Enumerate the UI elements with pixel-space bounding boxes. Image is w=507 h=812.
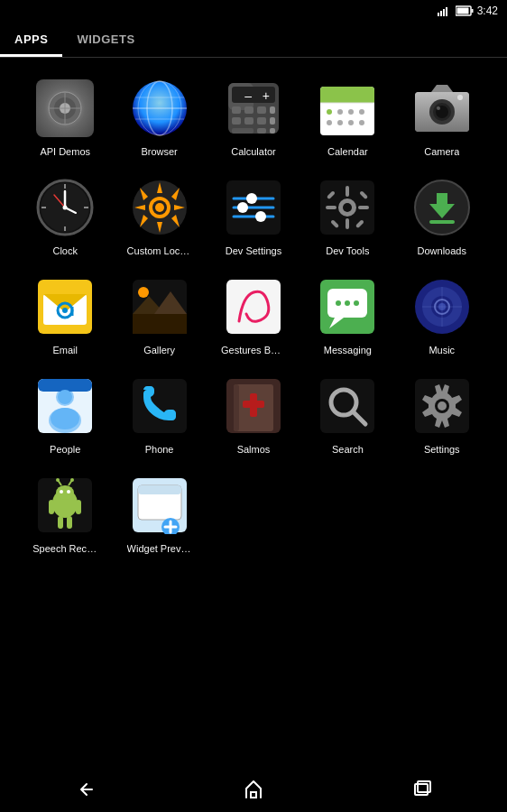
- svg-point-114: [354, 300, 359, 306]
- svg-rect-29: [257, 117, 266, 125]
- app-item-people[interactable]: People: [18, 364, 112, 464]
- home-icon: [243, 779, 264, 800]
- svg-rect-131: [234, 384, 239, 431]
- svg-point-53: [457, 95, 463, 100]
- svg-point-41: [359, 109, 364, 115]
- app-item-calendar[interactable]: Calendar: [300, 67, 394, 166]
- svg-point-142: [56, 485, 74, 500]
- app-icon-api-demos: [32, 76, 97, 141]
- gallery-icon: [131, 278, 189, 336]
- app-icon-dev-settings: [221, 175, 286, 240]
- svg-rect-25: [257, 106, 266, 114]
- back-button[interactable]: [58, 771, 112, 807]
- app-label-browser: Browser: [141, 146, 177, 157]
- app-item-dev-settings[interactable]: Dev Settings: [207, 166, 300, 265]
- app-item-phone[interactable]: Phone: [112, 364, 206, 464]
- svg-rect-151: [58, 516, 63, 529]
- svg-point-85: [343, 203, 352, 212]
- svg-rect-86: [346, 186, 349, 197]
- app-item-downloads[interactable]: Downloads: [395, 166, 489, 265]
- app-item-camera[interactable]: Camera: [395, 67, 489, 166]
- app-icon-calculator: + –: [221, 76, 286, 141]
- svg-rect-28: [244, 117, 254, 125]
- app-icon-music: [410, 274, 475, 339]
- app-label-email: Email: [52, 345, 78, 355]
- camera-icon: [413, 79, 471, 137]
- app-label-calendar: Calendar: [327, 146, 368, 157]
- dev-tools-icon: [318, 179, 376, 236]
- app-label-people: People: [50, 444, 80, 455]
- people-icon: [36, 377, 94, 435]
- app-item-gallery[interactable]: Gallery: [112, 265, 206, 364]
- app-item-speech[interactable]: Speech Recorder: [18, 464, 112, 563]
- svg-rect-87: [346, 218, 349, 229]
- svg-rect-6: [456, 8, 468, 14]
- app-icon-messaging: [315, 274, 380, 339]
- recents-button[interactable]: [395, 771, 449, 807]
- app-item-messaging[interactable]: Messaging: [300, 265, 394, 364]
- app-item-api-demos[interactable]: API Demos: [18, 67, 112, 166]
- app-label-gestures: Gestures Builder: [221, 345, 286, 355]
- svg-rect-89: [358, 206, 369, 209]
- svg-point-143: [60, 490, 63, 494]
- recents-icon: [411, 779, 433, 800]
- app-label-clock: Clock: [52, 245, 78, 256]
- app-item-custom-locale[interactable]: Custom Locale: [112, 166, 206, 265]
- clock-icon: [36, 179, 94, 236]
- svg-point-75: [155, 203, 164, 212]
- svg-rect-155: [138, 485, 181, 494]
- app-label-speech: Speech Recorder: [32, 543, 97, 554]
- status-bar: 3:42: [0, 0, 507, 22]
- svg-marker-48: [431, 85, 453, 92]
- svg-rect-2: [443, 9, 445, 16]
- svg-rect-33: [270, 128, 275, 134]
- app-item-music[interactable]: Music: [395, 265, 489, 364]
- app-item-clock[interactable]: Clock: [18, 166, 112, 265]
- app-item-email[interactable]: Email: [18, 265, 112, 364]
- svg-rect-27: [232, 117, 241, 125]
- messaging-icon: [318, 278, 376, 336]
- browser-icon: [131, 79, 189, 137]
- tab-widgets[interactable]: WIDGETS: [62, 22, 149, 57]
- app-icon-salmos: [221, 374, 286, 438]
- app-item-calculator[interactable]: + – Calculator: [207, 67, 300, 166]
- app-icon-camera: [410, 76, 475, 141]
- app-item-settings[interactable]: Settings: [395, 364, 489, 464]
- app-item-browser[interactable]: Browser: [112, 67, 206, 166]
- svg-point-147: [56, 478, 60, 482]
- app-item-dev-tools[interactable]: Dev Tools: [300, 166, 394, 265]
- svg-rect-104: [133, 314, 187, 334]
- svg-point-144: [67, 490, 70, 494]
- app-item-gestures[interactable]: Gestures Builder: [207, 265, 300, 364]
- app-icon-widget-preview: [127, 473, 192, 538]
- app-icon-gallery: [127, 274, 192, 339]
- tab-apps[interactable]: APPS: [0, 22, 62, 57]
- app-item-widget-preview[interactable]: Widget Preview: [112, 464, 206, 563]
- app-icon-dev-tools: [315, 175, 380, 240]
- app-item-search[interactable]: Search: [300, 364, 394, 464]
- app-label-gallery: Gallery: [143, 345, 175, 355]
- svg-rect-133: [243, 401, 264, 408]
- app-icon-downloads: [410, 175, 475, 240]
- app-label-api-demos: API Demos: [40, 146, 90, 157]
- home-button[interactable]: [226, 771, 281, 807]
- app-icon-clock: [32, 175, 97, 240]
- svg-rect-3: [446, 7, 447, 16]
- app-icon-browser: [127, 76, 192, 141]
- app-grid: API Demos Browser: [0, 58, 507, 572]
- status-icons: 3:42: [438, 5, 498, 17]
- svg-point-127: [51, 408, 79, 429]
- tabs-bar: APPS WIDGETS: [0, 22, 507, 58]
- phone-icon: [131, 377, 189, 435]
- app-icon-search: [315, 374, 380, 438]
- app-icon-speech: [32, 473, 97, 538]
- settings-icon: [413, 377, 471, 435]
- svg-rect-26: [270, 106, 275, 114]
- app-item-salmos[interactable]: Salmos: [207, 364, 300, 464]
- svg-rect-125: [38, 379, 92, 392]
- svg-point-43: [337, 120, 343, 125]
- gestures-icon: [225, 278, 282, 336]
- svg-point-81: [237, 202, 248, 213]
- app-label-downloads: Downloads: [418, 245, 466, 256]
- app-icon-email: [32, 274, 97, 339]
